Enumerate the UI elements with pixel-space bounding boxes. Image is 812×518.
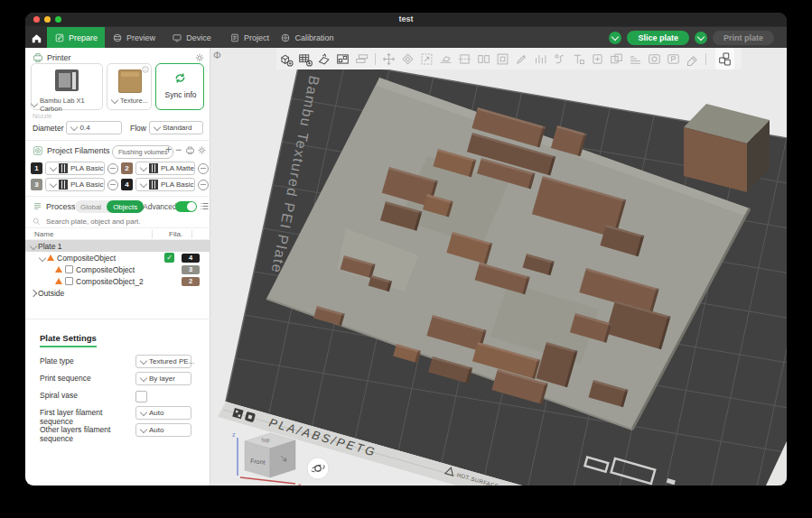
rotate-button[interactable]: [398, 48, 417, 69]
object-row-plate-1[interactable]: Plate 1: [25, 240, 210, 252]
add-plate-button[interactable]: [295, 48, 314, 69]
print-checkbox[interactable]: ✓: [164, 253, 174, 263]
timelapse-button[interactable]: [645, 48, 664, 69]
device-icon: [172, 32, 182, 43]
text-tool-button[interactable]: [569, 48, 588, 69]
split-to-objects-button[interactable]: [474, 48, 493, 69]
slice-options-button[interactable]: [609, 32, 621, 44]
printer-settings-gear-icon[interactable]: [194, 52, 205, 63]
advanced-label: Advanced: [143, 202, 177, 211]
plate-editor-button[interactable]: [664, 48, 683, 69]
caret-down-icon[interactable]: [39, 254, 46, 261]
column-name: Name: [34, 230, 53, 238]
orbit-button[interactable]: [307, 458, 329, 479]
object-row-compositeobject[interactable]: CompositeObject3: [25, 264, 210, 275]
chevron-down-icon: [611, 32, 619, 40]
sync-info-button[interactable]: Sync info: [155, 63, 204, 110]
add-filament-button[interactable]: +: [165, 143, 172, 156]
color-painting-button[interactable]: [512, 48, 531, 69]
segment-global[interactable]: Global: [75, 203, 107, 211]
auto-orient-icon: [316, 51, 331, 67]
caret-right-icon[interactable]: [30, 289, 37, 296]
filament-select[interactable]: PLA Basic: [45, 178, 105, 191]
setting-checkbox[interactable]: [135, 391, 147, 402]
warning-icon: [55, 278, 62, 284]
tab-project[interactable]: Project: [220, 27, 278, 49]
setting-select[interactable]: Textured PE...: [135, 355, 191, 368]
auto-orient-button[interactable]: [314, 48, 333, 69]
filament-select[interactable]: PLA Basic: [45, 162, 105, 175]
modifier-button[interactable]: [588, 48, 607, 69]
object-row-compositeobject[interactable]: CompositeObject✓4: [25, 252, 210, 264]
split-to-parts-button[interactable]: [493, 48, 512, 69]
search-icon: [33, 217, 41, 226]
segment-objects[interactable]: Objects: [107, 200, 144, 213]
merge-models-icon: [354, 51, 369, 67]
arrange-button[interactable]: [333, 48, 352, 69]
tab-calibration[interactable]: Calibration: [278, 27, 336, 49]
move-button[interactable]: [379, 48, 398, 69]
support-painting-button[interactable]: [531, 48, 550, 69]
print-options-button[interactable]: [695, 32, 707, 44]
assembly-view-button[interactable]: [715, 48, 734, 69]
flow-select[interactable]: Standard: [149, 121, 203, 134]
filament-select[interactable]: PLA Basic: [135, 178, 195, 191]
printer-model-select[interactable]: Bambu Lab X1 Carbon: [32, 97, 104, 113]
object-row-compositeobject-2[interactable]: CompositeObject_22: [25, 275, 210, 287]
object-row-outside[interactable]: Outside: [25, 287, 210, 299]
printer-model-card[interactable]: Bambu Lab X1 Carbon: [31, 63, 103, 110]
variable-layer-height-icon: [628, 51, 643, 67]
plate-type-select[interactable]: Texture...: [107, 97, 153, 105]
search-input[interactable]: [44, 217, 201, 227]
filament-spool-icon: [59, 180, 68, 190]
build-plate-card[interactable]: Texture...: [107, 63, 152, 110]
filament-edit-icon[interactable]: [107, 180, 118, 190]
filament-edit-icon[interactable]: [198, 180, 209, 190]
home-button[interactable]: [25, 27, 47, 49]
scale-button[interactable]: [417, 48, 436, 69]
slice-plate-button[interactable]: Slice plate: [627, 31, 689, 45]
seam-painting-button[interactable]: [550, 48, 569, 69]
setting-select[interactable]: Auto: [135, 406, 191, 420]
filament-settings-gear-icon[interactable]: [197, 145, 207, 155]
filament-color-swatch[interactable]: 3: [31, 179, 42, 190]
sidebar-collapse-icon[interactable]: Φ: [213, 50, 221, 60]
variable-layer-height-button[interactable]: [626, 48, 645, 69]
filament-badge[interactable]: 3: [182, 265, 200, 274]
process-icon: [33, 201, 42, 211]
tab-preview[interactable]: Preview: [105, 27, 163, 49]
diameter-select[interactable]: 0.4: [66, 121, 122, 134]
print-plate-button[interactable]: Print plate: [713, 31, 774, 45]
remove-filament-button[interactable]: −: [175, 143, 182, 156]
printer-section-title: Printer: [47, 53, 71, 62]
tab-prepare[interactable]: Prepare: [47, 27, 105, 49]
filament-color-swatch[interactable]: 2: [121, 162, 133, 174]
filament-select[interactable]: PLA Matte: [135, 162, 195, 175]
filament-badge[interactable]: 4: [182, 254, 200, 263]
setting-select[interactable]: By layer: [135, 372, 191, 385]
flatten-button[interactable]: [436, 48, 455, 69]
warning-icon: [47, 254, 54, 261]
filament-color-swatch[interactable]: 1: [31, 162, 42, 174]
seam-painting-icon: [552, 51, 567, 67]
param-list-icon[interactable]: [200, 201, 210, 211]
calibration-icon: [280, 32, 291, 43]
filament-sync-icon[interactable]: [185, 145, 195, 155]
model-cube[interactable]: [684, 104, 770, 192]
mesh-boolean-button[interactable]: [607, 48, 626, 69]
merge-models-button[interactable]: [352, 48, 371, 69]
add-object-button[interactable]: [276, 48, 295, 69]
info-icon[interactable]: [142, 66, 149, 73]
nav-cube-top-label: Top: [261, 437, 271, 443]
filament-badge[interactable]: 2: [182, 277, 200, 286]
advanced-toggle[interactable]: [175, 201, 197, 212]
tab-device[interactable]: Device: [163, 27, 220, 49]
viewport-3d[interactable]: Φ Bambu Textured PEI Plate: [210, 48, 787, 486]
setting-select[interactable]: Auto: [135, 423, 191, 437]
cut-button[interactable]: [455, 48, 474, 69]
filament-edit-icon[interactable]: [107, 163, 118, 174]
eraser-button[interactable]: [683, 48, 702, 69]
filament-color-swatch[interactable]: 4: [121, 179, 133, 190]
filament-edit-icon[interactable]: [198, 163, 209, 174]
caret-down-icon[interactable]: [30, 242, 37, 249]
